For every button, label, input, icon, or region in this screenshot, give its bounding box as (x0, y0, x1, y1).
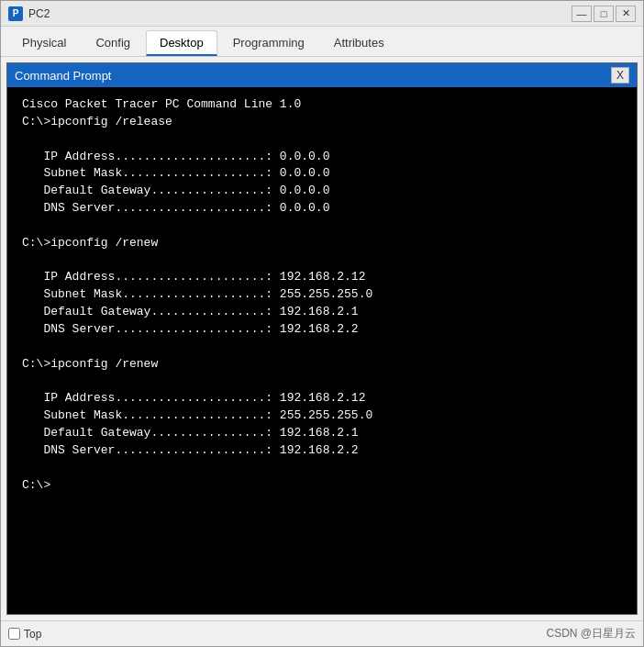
minimize-button[interactable]: — (572, 6, 592, 22)
title-bar-left: P PC2 (8, 6, 50, 21)
top-label: Top (24, 628, 41, 641)
tab-bar: Physical Config Desktop Programming Attr… (1, 27, 643, 57)
cmd-title-text: Command Prompt (15, 69, 111, 83)
title-bar: P PC2 — □ ✕ (1, 1, 643, 27)
tab-physical[interactable]: Physical (8, 30, 80, 56)
bottom-left: Top (8, 628, 41, 641)
title-controls: — □ ✕ (572, 6, 636, 22)
window-title: PC2 (28, 7, 50, 20)
tab-config[interactable]: Config (82, 30, 144, 56)
cmd-titlebar: Command Prompt X (7, 63, 637, 87)
cmd-output[interactable]: Cisco Packet Tracer PC Command Line 1.0 … (7, 87, 637, 614)
maximize-button[interactable]: □ (594, 6, 614, 22)
top-checkbox-item: Top (8, 628, 41, 641)
tab-desktop[interactable]: Desktop (146, 30, 217, 56)
content-area: Command Prompt X Cisco Packet Tracer PC … (1, 57, 643, 620)
top-checkbox[interactable] (8, 628, 20, 640)
cmd-close-button[interactable]: X (611, 67, 629, 84)
main-window: P PC2 — □ ✕ Physical Config Desktop Prog… (0, 0, 644, 647)
watermark: CSDN @日星月云 (546, 626, 636, 641)
close-window-button[interactable]: ✕ (616, 6, 636, 22)
bottom-bar: Top CSDN @日星月云 (1, 620, 643, 646)
app-icon: P (8, 6, 23, 21)
tab-programming[interactable]: Programming (219, 30, 318, 56)
command-prompt-window: Command Prompt X Cisco Packet Tracer PC … (6, 62, 638, 615)
tab-attributes[interactable]: Attributes (320, 30, 398, 56)
